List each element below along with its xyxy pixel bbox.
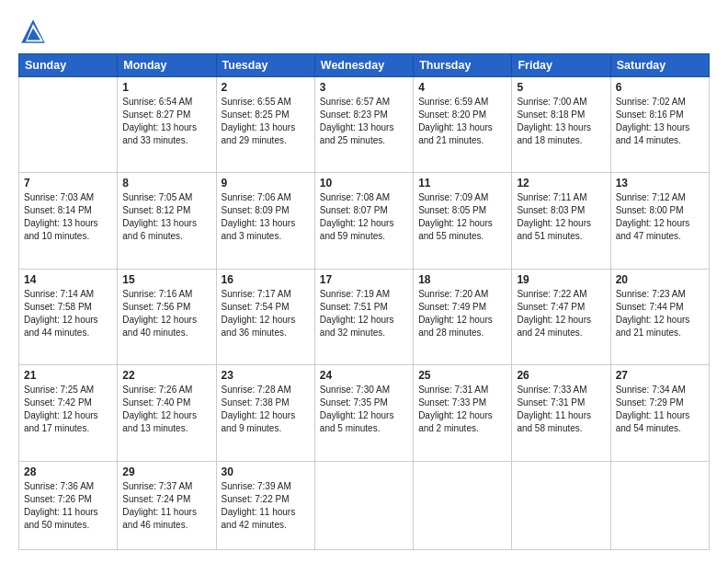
calendar-cell: 19Sunrise: 7:22 AM Sunset: 7:47 PM Dayli… (512, 269, 610, 364)
calendar-cell (314, 461, 413, 549)
calendar-cell (512, 461, 610, 549)
calendar-cell: 15Sunrise: 7:16 AM Sunset: 7:56 PM Dayli… (118, 269, 216, 364)
header-day-friday: Friday (512, 54, 610, 77)
calendar-cell: 3Sunrise: 6:57 AM Sunset: 8:23 PM Daylig… (314, 77, 413, 173)
calendar-cell: 10Sunrise: 7:08 AM Sunset: 8:07 PM Dayli… (314, 173, 413, 269)
calendar-cell: 1Sunrise: 6:54 AM Sunset: 8:27 PM Daylig… (118, 77, 216, 173)
calendar-cell: 18Sunrise: 7:20 AM Sunset: 7:49 PM Dayli… (414, 269, 512, 364)
day-number: 6 (616, 81, 704, 94)
day-number: 1 (122, 81, 210, 94)
day-number: 27 (616, 369, 704, 382)
calendar-cell (19, 77, 118, 173)
calendar-cell: 28Sunrise: 7:36 AM Sunset: 7:26 PM Dayli… (19, 461, 118, 549)
cell-info: Sunrise: 7:30 AM Sunset: 7:35 PM Dayligh… (320, 384, 408, 435)
cell-info: Sunrise: 6:55 AM Sunset: 8:25 PM Dayligh… (222, 96, 310, 147)
header (18, 17, 710, 46)
cell-info: Sunrise: 6:57 AM Sunset: 8:23 PM Dayligh… (320, 96, 408, 147)
calendar-cell: 9Sunrise: 7:06 AM Sunset: 8:09 PM Daylig… (216, 173, 314, 269)
day-number: 5 (517, 81, 605, 94)
calendar-body: 1Sunrise: 6:54 AM Sunset: 8:27 PM Daylig… (19, 77, 710, 550)
calendar-cell: 21Sunrise: 7:25 AM Sunset: 7:42 PM Dayli… (19, 365, 118, 461)
page: SundayMondayTuesdayWednesdayThursdayFrid… (0, 0, 728, 563)
calendar-week-3: 14Sunrise: 7:14 AM Sunset: 7:58 PM Dayli… (19, 269, 710, 364)
calendar-week-1: 1Sunrise: 6:54 AM Sunset: 8:27 PM Daylig… (19, 77, 710, 173)
day-number: 18 (418, 273, 506, 286)
cell-info: Sunrise: 7:03 AM Sunset: 8:14 PM Dayligh… (24, 191, 112, 243)
calendar-cell: 6Sunrise: 7:02 AM Sunset: 8:16 PM Daylig… (610, 77, 709, 173)
cell-info: Sunrise: 7:22 AM Sunset: 7:47 PM Dayligh… (517, 288, 605, 339)
cell-info: Sunrise: 7:19 AM Sunset: 7:51 PM Dayligh… (320, 288, 408, 339)
day-number: 30 (222, 465, 310, 478)
cell-info: Sunrise: 7:33 AM Sunset: 7:31 PM Dayligh… (517, 384, 605, 435)
day-number: 24 (320, 369, 408, 382)
header-day-monday: Monday (118, 54, 216, 77)
day-number: 17 (320, 273, 408, 286)
day-number: 29 (122, 465, 210, 478)
calendar-cell: 20Sunrise: 7:23 AM Sunset: 7:44 PM Dayli… (610, 269, 709, 364)
cell-info: Sunrise: 7:28 AM Sunset: 7:38 PM Dayligh… (222, 384, 310, 435)
day-number: 28 (24, 465, 112, 478)
calendar-cell (414, 461, 512, 549)
cell-info: Sunrise: 6:54 AM Sunset: 8:27 PM Dayligh… (122, 96, 210, 147)
calendar-cell: 16Sunrise: 7:17 AM Sunset: 7:54 PM Dayli… (216, 269, 314, 364)
day-number: 16 (222, 273, 310, 286)
calendar-week-5: 28Sunrise: 7:36 AM Sunset: 7:26 PM Dayli… (19, 461, 710, 549)
calendar-cell: 29Sunrise: 7:37 AM Sunset: 7:24 PM Dayli… (118, 461, 216, 549)
day-number: 2 (222, 81, 310, 94)
calendar-cell: 26Sunrise: 7:33 AM Sunset: 7:31 PM Dayli… (512, 365, 610, 461)
day-number: 4 (418, 81, 506, 94)
cell-info: Sunrise: 7:34 AM Sunset: 7:29 PM Dayligh… (616, 384, 704, 435)
calendar-cell: 23Sunrise: 7:28 AM Sunset: 7:38 PM Dayli… (216, 365, 314, 461)
calendar-cell: 24Sunrise: 7:30 AM Sunset: 7:35 PM Dayli… (314, 365, 413, 461)
cell-info: Sunrise: 7:05 AM Sunset: 8:12 PM Dayligh… (122, 191, 210, 243)
day-number: 9 (222, 177, 310, 190)
header-day-saturday: Saturday (610, 54, 709, 77)
cell-info: Sunrise: 7:26 AM Sunset: 7:40 PM Dayligh… (122, 384, 210, 435)
header-day-thursday: Thursday (414, 54, 512, 77)
calendar-cell: 12Sunrise: 7:11 AM Sunset: 8:03 PM Dayli… (512, 173, 610, 269)
day-number: 12 (517, 177, 605, 190)
day-number: 23 (222, 369, 310, 382)
calendar-cell: 2Sunrise: 6:55 AM Sunset: 8:25 PM Daylig… (216, 77, 314, 173)
cell-info: Sunrise: 7:00 AM Sunset: 8:18 PM Dayligh… (517, 96, 605, 147)
calendar-table: SundayMondayTuesdayWednesdayThursdayFrid… (18, 53, 710, 550)
day-number: 26 (517, 369, 605, 382)
calendar-cell: 13Sunrise: 7:12 AM Sunset: 8:00 PM Dayli… (610, 173, 709, 269)
cell-info: Sunrise: 7:08 AM Sunset: 8:07 PM Dayligh… (320, 191, 408, 243)
cell-info: Sunrise: 6:59 AM Sunset: 8:20 PM Dayligh… (418, 96, 506, 147)
calendar-header: SundayMondayTuesdayWednesdayThursdayFrid… (19, 54, 710, 77)
calendar-cell: 27Sunrise: 7:34 AM Sunset: 7:29 PM Dayli… (610, 365, 709, 461)
calendar-week-2: 7Sunrise: 7:03 AM Sunset: 8:14 PM Daylig… (19, 173, 710, 269)
day-number: 22 (122, 369, 210, 382)
cell-info: Sunrise: 7:14 AM Sunset: 7:58 PM Dayligh… (24, 288, 112, 339)
calendar-cell (610, 461, 709, 549)
calendar-cell: 22Sunrise: 7:26 AM Sunset: 7:40 PM Dayli… (118, 365, 216, 461)
day-number: 3 (320, 81, 408, 94)
cell-info: Sunrise: 7:36 AM Sunset: 7:26 PM Dayligh… (24, 480, 112, 532)
cell-info: Sunrise: 7:06 AM Sunset: 8:09 PM Dayligh… (222, 191, 310, 243)
logo (18, 17, 51, 46)
calendar-cell: 30Sunrise: 7:39 AM Sunset: 7:22 PM Dayli… (216, 461, 314, 549)
calendar-cell: 25Sunrise: 7:31 AM Sunset: 7:33 PM Dayli… (414, 365, 512, 461)
calendar-cell: 5Sunrise: 7:00 AM Sunset: 8:18 PM Daylig… (512, 77, 610, 173)
cell-info: Sunrise: 7:23 AM Sunset: 7:44 PM Dayligh… (616, 288, 704, 339)
header-row: SundayMondayTuesdayWednesdayThursdayFrid… (19, 54, 710, 77)
header-day-tuesday: Tuesday (216, 54, 314, 77)
day-number: 8 (122, 177, 210, 190)
cell-info: Sunrise: 7:12 AM Sunset: 8:00 PM Dayligh… (616, 191, 704, 243)
day-number: 15 (122, 273, 210, 286)
calendar-cell: 11Sunrise: 7:09 AM Sunset: 8:05 PM Dayli… (414, 173, 512, 269)
day-number: 21 (24, 369, 112, 382)
calendar-cell: 14Sunrise: 7:14 AM Sunset: 7:58 PM Dayli… (19, 269, 118, 364)
cell-info: Sunrise: 7:37 AM Sunset: 7:24 PM Dayligh… (122, 480, 210, 532)
cell-info: Sunrise: 7:09 AM Sunset: 8:05 PM Dayligh… (418, 191, 506, 243)
calendar-week-4: 21Sunrise: 7:25 AM Sunset: 7:42 PM Dayli… (19, 365, 710, 461)
header-day-wednesday: Wednesday (314, 54, 413, 77)
day-number: 20 (616, 273, 704, 286)
day-number: 7 (24, 177, 112, 190)
day-number: 19 (517, 273, 605, 286)
cell-info: Sunrise: 7:17 AM Sunset: 7:54 PM Dayligh… (222, 288, 310, 339)
calendar-cell: 7Sunrise: 7:03 AM Sunset: 8:14 PM Daylig… (19, 173, 118, 269)
day-number: 10 (320, 177, 408, 190)
cell-info: Sunrise: 7:39 AM Sunset: 7:22 PM Dayligh… (222, 480, 310, 532)
